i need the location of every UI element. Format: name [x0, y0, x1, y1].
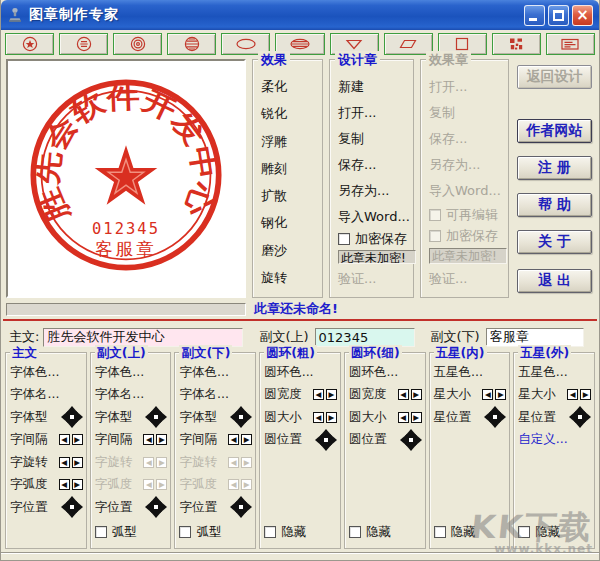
- pad-right-arrow[interactable]: [160, 501, 167, 513]
- effect-item-3[interactable]: 雕刻: [261, 156, 322, 182]
- author-website-button[interactable]: 作者网站: [517, 119, 592, 143]
- direction-pad[interactable]: [61, 496, 83, 518]
- direction-pad[interactable]: [145, 406, 167, 428]
- pad-right-arrow[interactable]: [76, 501, 83, 513]
- pad-right-arrow[interactable]: [76, 411, 83, 423]
- design-command-5[interactable]: 导入Word...: [338, 204, 413, 230]
- effect-item-2[interactable]: 浮雕: [261, 129, 322, 155]
- star-outer-checkbox[interactable]: [518, 526, 530, 538]
- pad-left-arrow[interactable]: [315, 434, 322, 446]
- spin-left-button[interactable]: ◀: [228, 434, 239, 445]
- property-label[interactable]: 字体色...: [95, 364, 144, 381]
- design-command-4[interactable]: 另存为...: [338, 178, 413, 204]
- spin-left-button[interactable]: ◀: [398, 389, 409, 400]
- toolbar-button-pattern-seal[interactable]: [492, 33, 541, 55]
- property-label[interactable]: 字体名...: [179, 386, 228, 403]
- toolbar-button-round-banded-seal[interactable]: [167, 33, 216, 55]
- effect-reeditable-checkbox[interactable]: [429, 209, 441, 221]
- spin-left-button[interactable]: ◀: [567, 389, 578, 400]
- main-text-input[interactable]: [43, 328, 243, 347]
- property-label[interactable]: 五星色...: [518, 364, 567, 381]
- pad-right-arrow[interactable]: [330, 434, 337, 446]
- spin-left-button[interactable]: ◀: [143, 434, 154, 445]
- toolbar-button-round-rings-seal[interactable]: [113, 33, 162, 55]
- toolbar-button-round-text-seal[interactable]: [59, 33, 108, 55]
- effect-stamp-command-2[interactable]: 保存...: [429, 126, 508, 152]
- spin-right-button[interactable]: ▶: [411, 412, 422, 423]
- register-button[interactable]: 注 册: [517, 156, 592, 180]
- direction-pad[interactable]: [61, 406, 83, 428]
- pad-right-arrow[interactable]: [499, 411, 506, 423]
- spin-left-button[interactable]: ◀: [59, 457, 70, 468]
- pad-right-arrow[interactable]: [584, 411, 591, 423]
- sub-upper-input[interactable]: [315, 328, 415, 347]
- close-button[interactable]: ×: [572, 5, 593, 26]
- spin-left-button[interactable]: ◀: [59, 434, 70, 445]
- toolbar-button-badge-seal[interactable]: [546, 33, 595, 55]
- pad-left-arrow[interactable]: [400, 434, 407, 446]
- effect-item-0[interactable]: 柔化: [261, 74, 322, 100]
- spin-left-button[interactable]: ◀: [59, 479, 70, 490]
- ring-thick-checkbox[interactable]: [264, 526, 276, 538]
- effect-stamp-command-0[interactable]: 打开...: [429, 74, 508, 100]
- spin-right-button[interactable]: ▶: [72, 457, 83, 468]
- minimize-button[interactable]: [524, 5, 545, 26]
- effect-item-4[interactable]: 扩散: [261, 183, 322, 209]
- design-command-0[interactable]: 新建: [338, 74, 413, 100]
- effect-item-5[interactable]: 钢化: [261, 210, 322, 236]
- spin-left-button[interactable]: ◀: [313, 412, 324, 423]
- pad-left-arrow[interactable]: [61, 411, 68, 423]
- design-command-2[interactable]: 复制: [338, 126, 413, 152]
- property-label[interactable]: 自定义...: [518, 431, 567, 448]
- effect-item-6[interactable]: 磨沙: [261, 238, 322, 264]
- design-command-1[interactable]: 打开...: [338, 100, 413, 126]
- spin-right-button[interactable]: ▶: [495, 389, 506, 400]
- pad-right-arrow[interactable]: [415, 434, 422, 446]
- about-button[interactable]: 关 于: [517, 230, 592, 254]
- spin-right-button[interactable]: ▶: [411, 389, 422, 400]
- spin-left-button[interactable]: ◀: [313, 389, 324, 400]
- spin-right-button[interactable]: ▶: [72, 434, 83, 445]
- ring-thin-checkbox[interactable]: [349, 526, 361, 538]
- star-inner-checkbox[interactable]: [434, 526, 446, 538]
- property-label[interactable]: 圆环色...: [264, 364, 313, 381]
- sub-lower-input[interactable]: [486, 328, 584, 347]
- spin-left-button[interactable]: ◀: [228, 479, 239, 490]
- effect-item-7[interactable]: 旋转: [261, 265, 322, 291]
- maximize-button[interactable]: [548, 5, 569, 26]
- pad-right-arrow[interactable]: [245, 501, 252, 513]
- exit-button[interactable]: 退 出: [517, 269, 592, 293]
- pad-left-arrow[interactable]: [145, 411, 152, 423]
- property-label[interactable]: 五星色...: [434, 364, 483, 381]
- effect-stamp-command-4[interactable]: 导入Word...: [429, 178, 508, 204]
- pad-left-arrow[interactable]: [230, 411, 237, 423]
- pad-left-arrow[interactable]: [230, 501, 237, 513]
- spin-left-button[interactable]: ◀: [143, 479, 154, 490]
- property-label[interactable]: 字体名...: [10, 386, 59, 403]
- toolbar-button-round-star-seal[interactable]: [5, 33, 54, 55]
- direction-pad[interactable]: [230, 406, 252, 428]
- effect-verify-command[interactable]: 验证...: [429, 267, 508, 291]
- property-label[interactable]: 字体色...: [10, 364, 59, 381]
- spin-right-button[interactable]: ▶: [156, 479, 167, 490]
- spin-right-button[interactable]: ▶: [72, 479, 83, 490]
- direction-pad[interactable]: [145, 496, 167, 518]
- design-verify-command[interactable]: 验证...: [338, 267, 413, 291]
- effect-encrypt-save-checkbox[interactable]: [429, 230, 441, 242]
- spin-right-button[interactable]: ▶: [156, 457, 167, 468]
- return-to-design-button[interactable]: 返回设计: [517, 65, 592, 89]
- design-command-3[interactable]: 保存...: [338, 152, 413, 178]
- spin-right-button[interactable]: ▶: [156, 434, 167, 445]
- effect-item-1[interactable]: 锐化: [261, 101, 322, 127]
- spin-right-button[interactable]: ▶: [241, 479, 252, 490]
- spin-right-button[interactable]: ▶: [326, 412, 337, 423]
- pad-right-arrow[interactable]: [245, 411, 252, 423]
- direction-pad[interactable]: [315, 429, 337, 451]
- spin-right-button[interactable]: ▶: [241, 434, 252, 445]
- design-encrypt-save-checkbox[interactable]: [338, 233, 350, 245]
- effect-stamp-command-1[interactable]: 复制: [429, 100, 508, 126]
- spin-right-button[interactable]: ▶: [326, 389, 337, 400]
- direction-pad[interactable]: [400, 429, 422, 451]
- property-label[interactable]: 字体色...: [179, 364, 228, 381]
- spin-left-button[interactable]: ◀: [398, 412, 409, 423]
